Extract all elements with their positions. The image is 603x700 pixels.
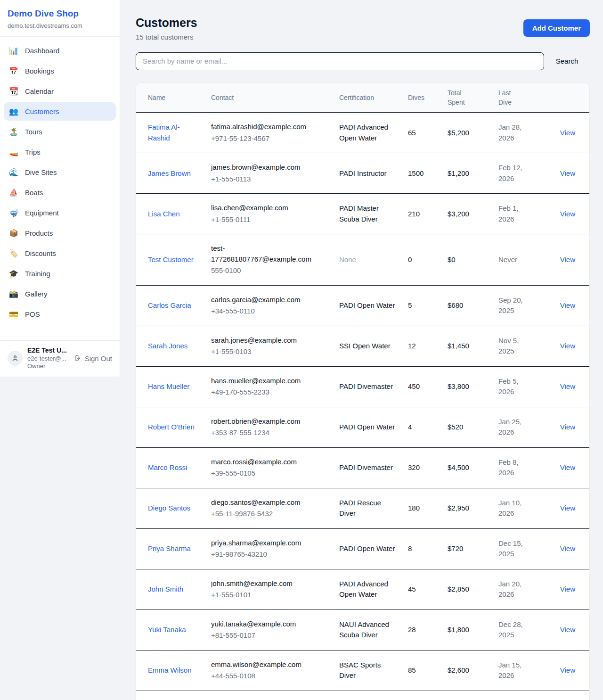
customer-total-spent: $4,500	[442, 447, 493, 488]
customer-certification: PADI Open Water	[339, 423, 395, 431]
view-customer-link[interactable]: View	[560, 210, 575, 218]
table-header-row: Name Contact Certification Dives	[136, 83, 589, 113]
customer-certification: SSI Open Water	[339, 342, 391, 350]
column-header-dives: Dives	[402, 83, 442, 113]
table-row-priya-sharma: Priya Sharma priya.sharma@example.com +9…	[136, 528, 589, 569]
sidebar-item-calendar[interactable]: 📆 Calendar	[4, 82, 116, 100]
nav-item-label: Equipment	[25, 209, 59, 217]
customer-name-link[interactable]: Sarah Jones	[148, 342, 187, 350]
brand[interactable]: Demo Dive Shop demo.test.divestreams.com	[0, 0, 120, 37]
sidebar-item-boats[interactable]: ⛵ Boats	[4, 183, 116, 202]
table-row-diego-santos: Diego Santos diego.santos@example.com +5…	[136, 488, 589, 528]
customer-certification: PADI Master Scuba Diver	[339, 204, 379, 223]
customer-total-spent: $2,950	[442, 488, 493, 528]
column-header-name: Name	[136, 83, 205, 113]
customer-total-spent: $720	[442, 528, 493, 569]
view-customer-link[interactable]: View	[560, 504, 575, 512]
customer-email: priya.sharma@example.com	[211, 538, 312, 549]
table-row-emma-wilson: Emma Wilson emma.wilson@example.com +44-…	[136, 650, 589, 691]
column-header-last-dive: Last Dive	[493, 83, 542, 113]
sidebar-item-gallery[interactable]: 📸 Gallery	[4, 285, 116, 303]
nav-item-label: Trips	[25, 148, 41, 156]
customer-name-link[interactable]: James Brown	[148, 169, 191, 177]
customer-name-link[interactable]: Test Customer	[148, 255, 194, 264]
customer-name-link[interactable]: Priya Sharma	[148, 544, 191, 552]
customer-name-link[interactable]: Fatima Al-Rashid	[148, 123, 180, 142]
customer-certification: NAUI Advanced Scuba Diver	[339, 620, 389, 639]
view-customer-link[interactable]: View	[560, 463, 575, 471]
column-header-label: Total Spent	[448, 88, 468, 107]
customers-table-card: Name Contact Certification Dives	[136, 82, 590, 700]
customer-phone: +1-555-0113	[211, 174, 312, 185]
customer-name-link[interactable]: Robert O'Brien	[148, 423, 195, 431]
sidebar-item-dive-sites[interactable]: 🌊 Dive Sites	[4, 163, 116, 181]
view-customer-link[interactable]: View	[560, 129, 575, 137]
customer-certification: PADI Open Water	[339, 544, 395, 552]
nav-item-label: POS	[25, 310, 40, 318]
view-customer-link[interactable]: View	[560, 626, 575, 634]
view-customer-link[interactable]: View	[560, 342, 575, 350]
customer-name-link[interactable]: Lisa Chen	[148, 210, 180, 218]
sidebar-item-customers[interactable]: 👥 Customers	[4, 102, 116, 121]
search-button[interactable]: Search	[544, 57, 590, 65]
customers-table: Name Contact Certification Dives	[136, 83, 589, 700]
view-customer-link[interactable]: View	[560, 423, 575, 431]
view-customer-link[interactable]: View	[560, 169, 575, 177]
brand-name[interactable]: Demo Dive Shop	[8, 8, 112, 19]
customer-name-link[interactable]: Carlos Garcia	[148, 301, 191, 309]
customer-phone: +44-555-0108	[211, 671, 312, 682]
sidebar-item-bookings[interactable]: 📅 Bookings	[4, 62, 116, 80]
customer-name-link[interactable]: Emma Wilson	[148, 666, 192, 674]
customer-name-link[interactable]: John Smith	[148, 585, 183, 593]
customer-total-spent: $1,450	[442, 326, 493, 366]
table-row-test-customer: Test Customer test-1772681807767@example…	[136, 234, 589, 286]
customer-email: hans.mueller@example.com	[211, 376, 312, 387]
customer-dives: 0	[402, 234, 442, 286]
sidebar-item-training[interactable]: 🎓 Training	[4, 264, 116, 283]
column-header-label: Dives	[408, 94, 424, 101]
sidebar-item-products[interactable]: 📦 Products	[4, 224, 116, 242]
nav-item-label: Dive Sites	[25, 168, 57, 176]
sidebar-item-tours[interactable]: 🏝️ Tours	[4, 123, 116, 141]
person-icon	[11, 354, 19, 362]
add-customer-button[interactable]: Add Customer	[523, 19, 590, 37]
search-input[interactable]	[136, 52, 544, 70]
view-customer-link[interactable]: View	[560, 666, 575, 674]
nav-icon-customers: 👥	[8, 107, 19, 116]
column-header-label: Last Dive	[498, 88, 519, 107]
customer-dives: 1500	[402, 153, 442, 194]
nav-item-label: Tours	[25, 128, 42, 136]
customer-phone: +39-555-0105	[211, 468, 312, 479]
sign-out-button[interactable]: Sign Out	[74, 354, 112, 362]
sidebar-item-dashboard[interactable]: 📊 Dashboard	[4, 41, 116, 60]
customer-last-dive: Feb 12, 2026	[498, 164, 522, 182]
sidebar-item-pos[interactable]: 💳 POS	[4, 305, 116, 323]
sidebar-item-trips[interactable]: 🚤 Trips	[4, 143, 116, 161]
table-row-john-smith: John Smith john.smith@example.com +1-555…	[136, 569, 589, 609]
view-customer-link[interactable]: View	[560, 382, 575, 390]
customer-name-link[interactable]: Yuki Tanaka	[148, 626, 186, 634]
customer-dives: 28	[402, 609, 442, 650]
view-customer-link[interactable]: View	[560, 585, 575, 593]
customer-last-dive: Sep 20, 2025	[498, 296, 523, 315]
sidebar-item-discounts[interactable]: 🏷️ Discounts	[4, 244, 116, 263]
customer-phone: 555-0100	[211, 265, 312, 276]
customer-name-link[interactable]: Marco Rossi	[148, 463, 187, 471]
customer-last-dive: Never	[498, 255, 517, 264]
nav-icon-training: 🎓	[8, 269, 19, 278]
customer-name-link[interactable]: Hans Mueller	[148, 382, 189, 390]
customer-phone: +81-555-0107	[211, 630, 312, 641]
customer-email: james.brown@example.com	[211, 162, 312, 173]
customer-certification: BSAC Sports Diver	[339, 661, 381, 680]
nav-icon-pos: 💳	[8, 310, 19, 319]
customer-dives: 95	[402, 691, 442, 700]
view-customer-link[interactable]: View	[560, 544, 575, 552]
sidebar-item-equipment[interactable]: 🤿 Equipment	[4, 204, 116, 222]
customer-name-link[interactable]: Diego Santos	[148, 504, 190, 512]
view-customer-link[interactable]: View	[560, 255, 575, 264]
table-row-hans-mueller: Hans Mueller hans.mueller@example.com +4…	[136, 366, 589, 407]
customer-email: john.smith@example.com	[211, 578, 312, 589]
view-customer-link[interactable]: View	[560, 301, 575, 309]
column-header-label: Certification	[339, 94, 374, 101]
table-row-robert-o-brien: Robert O'Brien robert.obrien@example.com…	[136, 407, 589, 447]
